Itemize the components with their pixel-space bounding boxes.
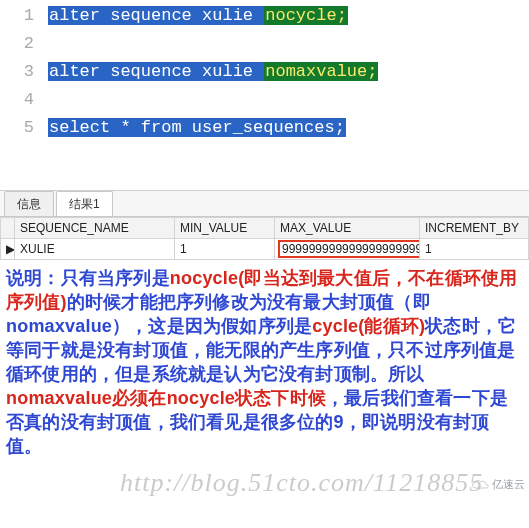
provider-name: 亿速云 <box>492 477 525 492</box>
table-header-row: SEQUENCE_NAME MIN_VALUE MAX_VALUE INCREM… <box>1 218 529 239</box>
results-grid[interactable]: SEQUENCE_NAME MIN_VALUE MAX_VALUE INCREM… <box>0 216 529 260</box>
code-text: alter sequence xulie <box>48 62 264 81</box>
line-number: 4 <box>0 86 48 114</box>
code-keyword: nocycle; <box>264 6 348 25</box>
tab-results[interactable]: 结果1 <box>56 191 113 216</box>
tab-info[interactable]: 信息 <box>4 191 54 216</box>
line-number: 3 <box>0 58 48 86</box>
code-line[interactable]: 2 <box>0 30 529 58</box>
table-row[interactable]: ▶ XULIE 1 9999999999999999999999 1 <box>1 239 529 260</box>
line-number: 5 <box>0 114 48 142</box>
col-header-max-value[interactable]: MAX_VALUE <box>275 218 420 239</box>
col-header-sequence-name[interactable]: SEQUENCE_NAME <box>15 218 175 239</box>
explanation-text: 说明：只有当序列是nocycle(即当达到最大值后，不在循环使用序列值)的时候才… <box>0 260 529 458</box>
cell-min-value[interactable]: 1 <box>175 239 275 260</box>
code-line[interactable]: 5select * from user_sequences; <box>0 114 529 142</box>
col-header-min-value[interactable]: MIN_VALUE <box>175 218 275 239</box>
cell-sequence-name[interactable]: XULIE <box>15 239 175 260</box>
provider-logo: 亿速云 <box>471 477 525 492</box>
highlight-text: nomaxvalue必须在nocycle状态下时候 <box>6 388 326 408</box>
code-text: alter sequence xulie <box>48 6 264 25</box>
code-keyword: nomaxvalue; <box>264 62 378 81</box>
code-line[interactable]: 3alter sequence xulie nomaxvalue; <box>0 58 529 86</box>
code-text: select * from user_sequences; <box>48 118 346 137</box>
row-marker-icon: ▶ <box>1 239 15 260</box>
row-marker-header <box>1 218 15 239</box>
watermark-text: http://blog.51cto.com/11218855 <box>120 468 483 498</box>
highlight-text: cycle(能循环) <box>312 316 425 336</box>
code-line[interactable]: 4 <box>0 86 529 114</box>
cell-increment-by[interactable]: 1 <box>420 239 529 260</box>
result-tabs: 信息 结果1 <box>0 190 529 216</box>
code-editor[interactable]: 1alter sequence xulie nocycle; 2 3alter … <box>0 0 529 142</box>
line-number: 1 <box>0 2 48 30</box>
col-header-increment-by[interactable]: INCREMENT_BY <box>420 218 529 239</box>
cell-max-value[interactable]: 9999999999999999999999 <box>275 239 420 260</box>
cloud-icon <box>471 479 489 491</box>
code-line[interactable]: 1alter sequence xulie nocycle; <box>0 2 529 30</box>
highlight-box: 9999999999999999999999 <box>278 240 420 258</box>
line-number: 2 <box>0 30 48 58</box>
